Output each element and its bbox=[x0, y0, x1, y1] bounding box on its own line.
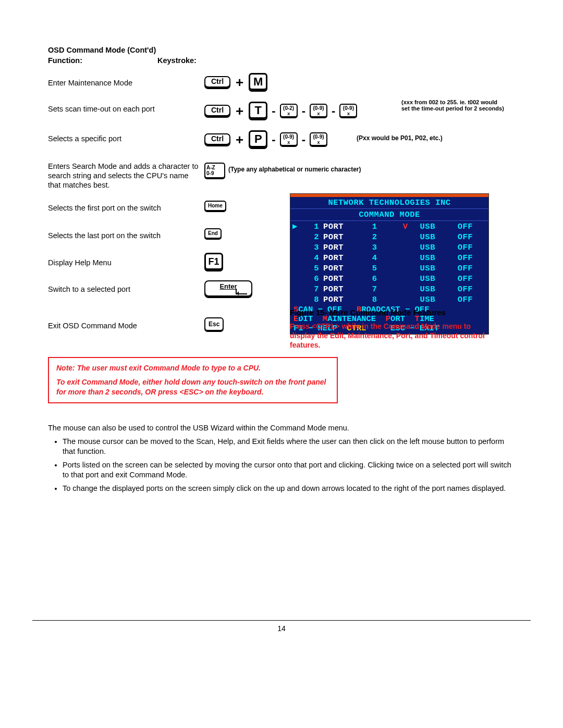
osd-port-row: 3PORT3USBOFF bbox=[290, 242, 488, 253]
footer-rule bbox=[32, 620, 531, 621]
fn-exit-osd: Exit OSD Command Mode bbox=[48, 321, 202, 330]
esc-key: Esc bbox=[204, 317, 224, 332]
osd-port-row: 6PORT6USBOFF bbox=[290, 274, 488, 284]
plus-icon: + bbox=[232, 75, 247, 91]
fn-help-menu: Display Help Menu bbox=[48, 258, 202, 267]
end-key: End bbox=[204, 228, 222, 240]
digit-key: (0-9)x bbox=[310, 132, 327, 147]
timeout-note: (xxx from 002 to 255. ie. t002 would set… bbox=[401, 99, 506, 112]
body-bullets: The mouse cursor can be moved to the Sca… bbox=[63, 437, 517, 494]
bullet-3: To change the displayed ports on the scr… bbox=[63, 484, 517, 494]
t-key: T bbox=[249, 102, 267, 120]
keys-r2: Ctrl + T - (0-2)x - (0-9)x - (0-9)x bbox=[204, 102, 357, 120]
ctrl-key: Ctrl bbox=[204, 76, 230, 89]
body-intro: The mouse can also be used to control th… bbox=[48, 423, 517, 434]
keys-r3: Ctrl + P - (0-9)x - (0-9)x bbox=[204, 130, 327, 149]
fn-last-port: Selects the last port on the switch bbox=[48, 231, 202, 240]
search-note: (Type any alphabetical or numeric charac… bbox=[228, 166, 361, 173]
home-key: Home bbox=[204, 201, 226, 212]
plus-icon: + bbox=[232, 103, 247, 119]
keys-r1: Ctrl + M bbox=[204, 73, 267, 92]
col-header-function: Function: bbox=[48, 56, 82, 65]
enter-key: Enter bbox=[204, 280, 252, 298]
keys-r4: A-Z0-9 bbox=[204, 163, 225, 179]
osd-port-row: 2PORT2USBOFF bbox=[290, 232, 488, 242]
dash-icon: - bbox=[270, 104, 277, 118]
port-note: (Pxx would be P01, P02, etc.) bbox=[357, 134, 443, 142]
bullet-2: Ports listed on the screen can be select… bbox=[63, 460, 517, 480]
osd-port-row: 4PORT4USBOFF bbox=[290, 253, 488, 263]
redbox-line2: To exit Command Mode, either hold down a… bbox=[56, 377, 329, 397]
osd-port-row: 8PORT8USBOFF bbox=[290, 294, 488, 305]
keys-r8: Enter bbox=[204, 280, 252, 298]
col-header-keystroke: Keystroke: bbox=[157, 56, 197, 65]
keys-r9: Esc bbox=[204, 317, 224, 332]
body-paragraph: The mouse can also be used to control th… bbox=[48, 423, 517, 497]
m-key: M bbox=[249, 73, 267, 92]
digit-key: (0-9)x bbox=[339, 104, 357, 118]
keys-r5: Home bbox=[204, 201, 226, 212]
fn-select-port: Selects a specific port bbox=[48, 134, 202, 143]
ctrl-key: Ctrl bbox=[204, 133, 230, 146]
fn-search-mode: Enters Search Mode and adds a character … bbox=[48, 162, 202, 190]
red-side-note: Press <CTRL> while in the Command Mode m… bbox=[290, 322, 491, 350]
figure-caption: Figure 15- More Command Mode Features bbox=[290, 308, 446, 317]
digit-key: (0-9)x bbox=[280, 132, 298, 147]
keys-r7: F1 bbox=[204, 253, 223, 272]
osd-port-table: ▶1PORT1VUSBOFF2PORT2USBOFF3PORT3USBOFF4P… bbox=[290, 221, 488, 305]
fn-first-port: Selects the first port on the switch bbox=[48, 203, 202, 213]
dash-icon: - bbox=[329, 104, 337, 118]
redbox-line1: Note: The user must exit Command Mode to… bbox=[56, 363, 329, 373]
fn-switch-port: Switch to a selected port bbox=[48, 285, 202, 294]
section-title: OSD Command Mode (Cont'd) bbox=[48, 46, 156, 54]
osd-mode: COMMAND MODE bbox=[359, 210, 420, 219]
ctrl-key: Ctrl bbox=[204, 105, 230, 118]
bullet-1: The mouse cursor can be moved to the Sca… bbox=[63, 437, 517, 457]
red-note-box: Note: The user must exit Command Mode to… bbox=[48, 357, 338, 403]
dash-icon: - bbox=[300, 133, 308, 146]
alphanum-key: A-Z0-9 bbox=[204, 163, 225, 179]
osd-port-row: 7PORT7USBOFF bbox=[290, 284, 488, 294]
page-number: 14 bbox=[0, 624, 563, 633]
digit-key: (0-9)x bbox=[310, 104, 327, 118]
dash-icon: - bbox=[270, 133, 277, 146]
osd-port-row: 5PORT5USBOFF bbox=[290, 263, 488, 274]
f1-key: F1 bbox=[204, 253, 223, 272]
digit-key: (0-2)x bbox=[280, 104, 298, 118]
keys-r6: End bbox=[204, 228, 222, 240]
p-key: P bbox=[249, 130, 267, 149]
osd-port-row: ▶1PORT1VUSBOFF bbox=[290, 221, 488, 232]
plus-icon: + bbox=[232, 132, 247, 148]
dash-icon: - bbox=[300, 104, 308, 118]
osd-vendor: NETWORK TECHNOLOGIES INC bbox=[328, 198, 450, 207]
fn-enter-maintenance: Enter Maintenance Mode bbox=[48, 78, 202, 88]
fn-scan-timeout: Sets scan time-out on each port bbox=[48, 104, 202, 114]
